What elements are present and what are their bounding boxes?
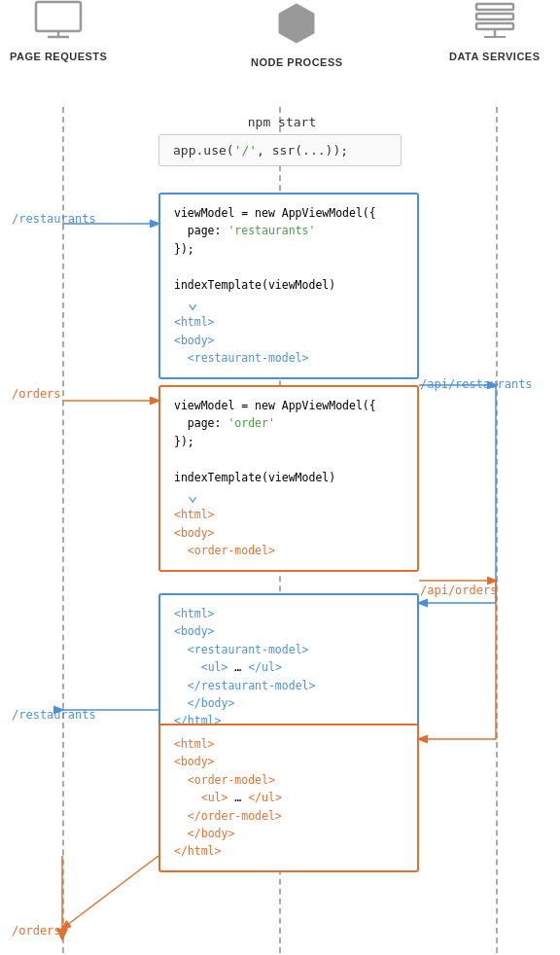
svg-rect-6	[476, 23, 513, 29]
svg-line-14	[62, 856, 158, 929]
node-process-label: NODE PROCESS	[251, 56, 343, 68]
svg-rect-0	[36, 2, 81, 31]
diagram: PAGE REQUESTS NODE PROCESS DATA SERVICES…	[0, 0, 560, 955]
vline-left	[62, 107, 64, 953]
data-services-label: DATA SERVICES	[449, 51, 541, 62]
arrow-orders-in-label: /orders	[12, 387, 61, 401]
arrow-api-orders-label: /api/orders	[420, 584, 497, 597]
code-block-3: <html> <body> <restaurant-model> <ul> … …	[158, 593, 419, 742]
code-block-1: viewModel = new AppViewModel({ page: 're…	[158, 193, 419, 379]
code-block-2: viewModel = new AppViewModel({ page: 'or…	[158, 385, 419, 572]
svg-rect-4	[476, 4, 513, 10]
database-icon	[469, 0, 521, 41]
arrow-restaurants-in-label: /restaurants	[12, 212, 96, 226]
svg-rect-5	[476, 14, 513, 19]
arrow-api-restaurants-label: /api/restaurants	[420, 377, 533, 391]
col-page-requests: PAGE REQUESTS	[10, 0, 107, 62]
vline-right	[496, 107, 498, 953]
monitor-icon	[32, 0, 85, 41]
svg-marker-3	[279, 4, 314, 43]
col-node-process: NODE PROCESS	[251, 0, 343, 68]
npm-box: app.use('/', ssr(...));	[158, 134, 402, 166]
npm-box-text: app.use('/', ssr(...));	[173, 143, 348, 158]
page-requests-label: PAGE REQUESTS	[10, 51, 107, 62]
col-data-services: DATA SERVICES	[449, 0, 541, 62]
arrow-restaurants-out-label: /restaurants	[12, 708, 96, 722]
code-block-4: <html> <body> <order-model> <ul> … </ul>…	[158, 724, 419, 872]
hexagon-icon	[273, 0, 320, 47]
npm-start-label: npm start	[214, 115, 350, 129]
arrow-orders-out-label: /orders	[12, 924, 61, 937]
